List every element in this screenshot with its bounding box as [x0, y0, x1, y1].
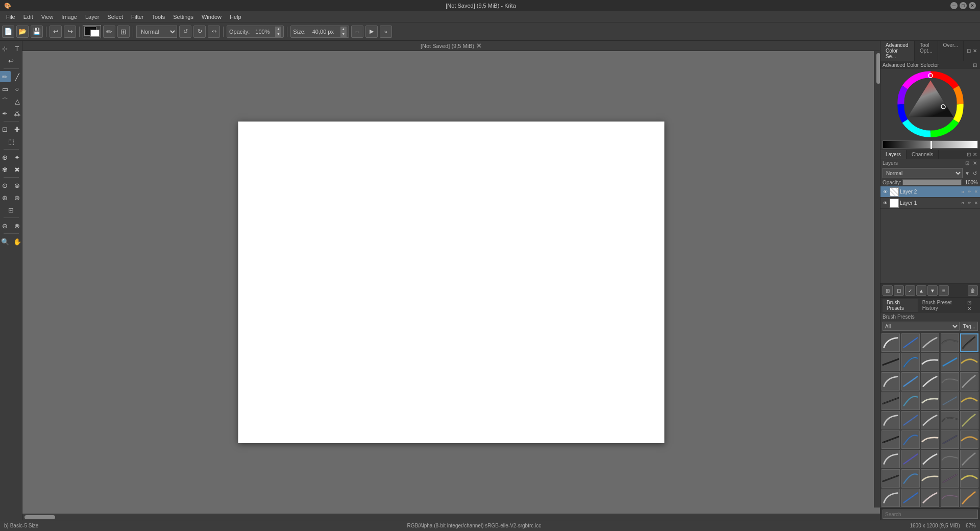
vertical-scrollbar[interactable]	[874, 51, 880, 508]
menu-tools[interactable]: Tools	[148, 13, 169, 21]
brush-preset-36[interactable]	[881, 469, 900, 488]
brush-preset-21[interactable]	[881, 411, 900, 429]
brush-preset-30[interactable]	[960, 430, 978, 449]
brush-preset-40[interactable]	[960, 469, 978, 488]
menu-help[interactable]: Help	[226, 13, 246, 21]
drawing-canvas[interactable]	[238, 122, 665, 443]
rotate-cw-btn[interactable]: ↻	[193, 26, 206, 38]
crop-tool[interactable]: ⊕	[0, 152, 11, 163]
brush-preset-26[interactable]	[881, 430, 900, 449]
blend-mode-select[interactable]: Normal	[136, 26, 177, 38]
brush-preset-8[interactable]	[921, 353, 939, 371]
brush-preset-27[interactable]	[901, 430, 920, 449]
layers-opacity-bar[interactable]	[902, 179, 962, 185]
brush-preset-45[interactable]	[960, 489, 978, 507]
add-layer-btn[interactable]: ⊞	[883, 285, 893, 296]
select-path-tool[interactable]: ⊕	[0, 192, 11, 203]
brush-preset-18[interactable]	[921, 392, 939, 410]
brush-preset-44[interactable]	[941, 489, 959, 507]
brush-tag-btn[interactable]: Tag...	[961, 322, 978, 331]
vertical-scroll-thumb[interactable]	[876, 53, 880, 84]
brush-preset-24[interactable]	[941, 411, 959, 429]
opacity-down-btn[interactable]: ▼	[275, 32, 281, 37]
brush-preset-32[interactable]	[901, 450, 920, 468]
flip-h-btn[interactable]: ↔	[351, 26, 363, 38]
horizontal-scroll-thumb[interactable]	[24, 515, 55, 519]
maximize-button[interactable]: □	[960, 2, 967, 9]
tab-layers[interactable]: Layers	[880, 150, 906, 159]
layer-1-visibility[interactable]: 👁	[881, 200, 889, 207]
brush-preset-12[interactable]	[901, 372, 920, 391]
layer-2-edit-btn[interactable]: ✏	[966, 189, 972, 195]
background-color[interactable]	[90, 30, 100, 37]
menu-filter[interactable]: Filter	[127, 13, 148, 21]
brush-preset-1[interactable]	[881, 333, 900, 352]
brush-preset-2[interactable]	[901, 333, 920, 352]
minimize-button[interactable]: ─	[950, 2, 958, 9]
brush-panel-menu-btn[interactable]: ⊡	[966, 300, 972, 305]
multibrush-tool[interactable]: ⁂	[12, 108, 23, 119]
layer-up-btn[interactable]: ▲	[916, 285, 926, 296]
menu-edit[interactable]: Edit	[19, 13, 37, 21]
brush-preset-34[interactable]	[941, 450, 959, 468]
copy-layer-btn[interactable]: ⊡	[894, 285, 904, 296]
brush-preset-22[interactable]	[901, 411, 920, 429]
brush-preset-33[interactable]	[921, 450, 939, 468]
transform-tool[interactable]: ⊹	[0, 43, 11, 54]
undo-button[interactable]: ↩	[50, 26, 62, 38]
brush-preset-17[interactable]	[901, 392, 920, 410]
contiguous-select-tool[interactable]: ⊖	[0, 220, 11, 231]
text-tool[interactable]: T	[12, 43, 23, 54]
brush-preset-15[interactable]	[960, 372, 978, 391]
layer-down-btn[interactable]: ▼	[927, 285, 938, 296]
layer-1-alpha-btn[interactable]: α	[960, 200, 966, 206]
brush-preset-23[interactable]	[921, 411, 939, 429]
brush-preset-14[interactable]	[941, 372, 959, 391]
tab-advanced-color[interactable]: Advanced Color Se...	[880, 41, 915, 61]
opacity-up-btn[interactable]: ▲	[275, 27, 281, 32]
line-tool[interactable]: ╱	[12, 71, 23, 82]
brush-preset-7[interactable]	[901, 353, 920, 371]
canvas-close-btn[interactable]: ✕	[476, 42, 482, 50]
deform-tool[interactable]: ⊞	[6, 204, 17, 215]
brush-tool[interactable]: ✏	[0, 71, 11, 82]
pan-tool[interactable]: ✋	[12, 236, 23, 247]
paint-tool2[interactable]: ✾	[0, 164, 11, 175]
zoom-tool[interactable]: 🔍	[0, 236, 11, 247]
redo-button[interactable]: ↪	[64, 26, 76, 38]
menu-file[interactable]: File	[2, 13, 19, 21]
erase-tool[interactable]: ✖	[12, 164, 23, 175]
brush-preset-35[interactable]	[960, 450, 978, 468]
layers-blend-options-btn[interactable]: ▼	[964, 171, 971, 176]
add-tool[interactable]: ✚	[12, 124, 23, 135]
more-btn[interactable]: »	[380, 26, 392, 38]
brush-preset-3[interactable]	[921, 333, 939, 352]
layer-row-1[interactable]: 👁 Layer 1 α ✏ ✕	[880, 198, 980, 209]
brush-preset-25[interactable]	[960, 411, 978, 429]
polygon-tool[interactable]: △	[12, 95, 23, 107]
layer-2-alpha-btn[interactable]: α	[960, 189, 966, 195]
color-selector-settings-btn[interactable]: ⊡	[972, 62, 978, 68]
layer-1-edit-btn[interactable]: ✏	[966, 200, 972, 206]
path-tool[interactable]: ⌒	[0, 95, 11, 107]
brush-preset-39[interactable]	[941, 469, 959, 488]
brush-tool-btn[interactable]: ✏	[103, 26, 115, 38]
layers-panel-menu-btn[interactable]: ⊡	[966, 152, 972, 157]
layer-row-2[interactable]: 👁 Layer 2 α ✏ ✕	[880, 186, 980, 198]
freehand-tool[interactable]: ↩	[6, 55, 17, 66]
brush-preset-5[interactable]	[960, 333, 978, 352]
brush-preset-4[interactable]	[941, 333, 959, 352]
tab-overview[interactable]: Over...	[938, 41, 964, 61]
tab-brush-presets[interactable]: Brush Presets	[883, 299, 918, 312]
select-rect-tool[interactable]: ⬚	[6, 136, 17, 147]
menu-settings[interactable]: Settings	[169, 13, 198, 21]
menu-layer[interactable]: Layer	[81, 13, 104, 21]
brush-preset-10[interactable]	[960, 353, 978, 371]
menu-select[interactable]: Select	[103, 13, 127, 21]
menu-window[interactable]: Window	[198, 13, 226, 21]
layers-expand-btn[interactable]: ⊡	[964, 160, 970, 166]
save-button[interactable]: 💾	[31, 26, 43, 38]
layer-2-visibility[interactable]: 👁	[881, 188, 889, 196]
color-selector-box[interactable]	[83, 25, 101, 38]
color-panel-close-btn[interactable]: ✕	[972, 48, 978, 54]
